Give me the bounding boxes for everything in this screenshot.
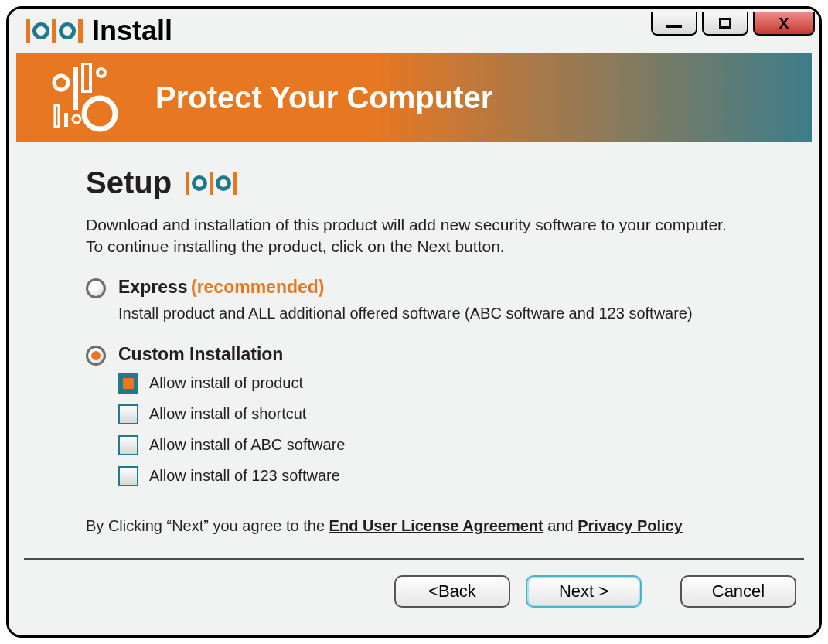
setup-description: Download and installation of this produc… [86, 214, 742, 258]
brand-logo-icon [24, 19, 84, 43]
svg-point-6 [73, 115, 80, 123]
checkbox-shortcut-label: Allow install of shortcut [149, 405, 306, 423]
setup-heading: Setup [86, 165, 172, 200]
title-left: Install [24, 15, 172, 47]
maximize-icon [719, 18, 731, 29]
titlebar: Install X [9, 9, 819, 53]
express-sublabel: Install product and ALL additional offer… [118, 305, 742, 322]
checkbox-abc[interactable] [118, 435, 138, 455]
window-title: Install [92, 15, 172, 47]
checkbox-123[interactable] [118, 466, 138, 486]
check-row-shortcut: Allow install of shortcut [118, 404, 742, 424]
svg-point-7 [84, 98, 115, 129]
check-row-abc: Allow install of ABC software [118, 435, 742, 455]
maximize-button[interactable] [702, 12, 748, 36]
banner-title: Protect Your Computer [155, 80, 492, 115]
svg-rect-5 [64, 113, 68, 127]
custom-checkboxes: Allow install of product Allow install o… [118, 373, 742, 486]
checkbox-product-label: Allow install of product [149, 374, 303, 392]
privacy-link[interactable]: Privacy Policy [578, 517, 683, 534]
minimize-icon [666, 25, 682, 28]
express-label-group: Express (recommended) [118, 277, 325, 298]
svg-point-0 [54, 76, 68, 90]
svg-rect-2 [83, 63, 90, 91]
svg-rect-4 [55, 105, 59, 127]
banner: Protect Your Computer [16, 53, 812, 142]
footer-divider [24, 558, 804, 560]
minimize-button[interactable] [651, 12, 697, 36]
custom-option-row: Custom Installation [86, 344, 742, 366]
setup-logo-icon [184, 172, 239, 195]
express-option-row: Express (recommended) [86, 277, 742, 298]
close-icon: X [779, 15, 789, 32]
check-row-123: Allow install of 123 software [118, 466, 742, 486]
svg-point-3 [97, 69, 105, 77]
next-button[interactable]: Next > [526, 575, 642, 608]
setup-heading-row: Setup [86, 165, 742, 200]
back-button[interactable]: <Back [394, 575, 510, 608]
installer-window: Install X Protect Your Computer Setup [6, 6, 822, 638]
express-recommended: (recommended) [191, 277, 325, 297]
check-row-product: Allow install of product [118, 373, 742, 394]
checkbox-123-label: Allow install of 123 software [149, 467, 340, 485]
content-area: Setup Download and installation of this … [9, 142, 819, 535]
agreement-prefix: By Clicking “Next” you agree to the [86, 517, 329, 534]
custom-label: Custom Installation [118, 344, 283, 365]
checkbox-product[interactable] [118, 373, 138, 394]
footer: <Back Next > Cancel [9, 560, 819, 608]
window-controls: X [651, 12, 815, 36]
checkbox-abc-label: Allow install of ABC software [149, 436, 345, 454]
express-label: Express [118, 277, 188, 297]
custom-radio[interactable] [86, 346, 106, 366]
eula-link[interactable]: End User License Agreement [329, 517, 543, 534]
banner-logo-icon [47, 63, 132, 133]
close-button[interactable]: X [753, 12, 815, 36]
svg-rect-1 [73, 67, 78, 110]
cancel-button[interactable]: Cancel [680, 575, 796, 608]
express-radio[interactable] [86, 278, 106, 298]
checkbox-shortcut[interactable] [118, 404, 138, 424]
agreement-text: By Clicking “Next” you agree to the End … [86, 517, 742, 535]
agreement-mid: and [543, 517, 578, 534]
